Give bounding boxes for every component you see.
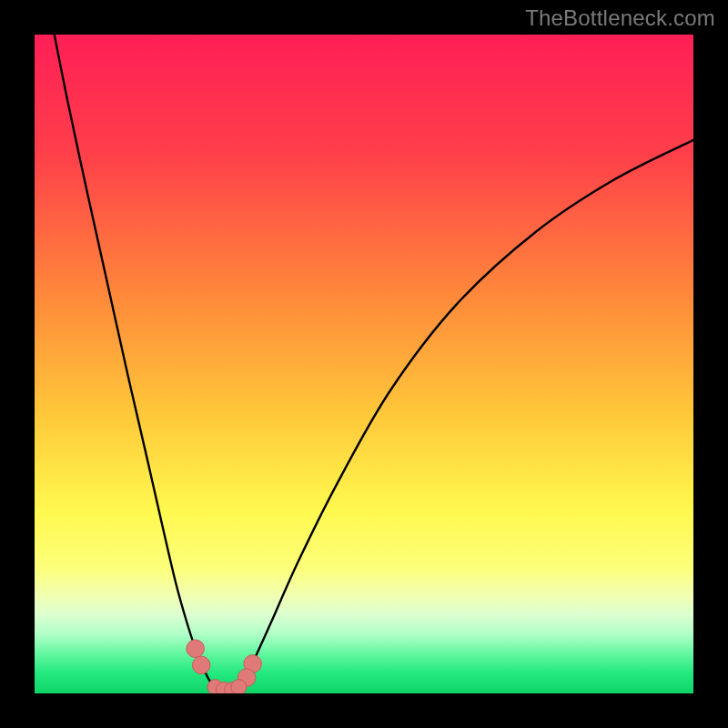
marker-floor-4 xyxy=(231,680,247,693)
marker-left-knee-upper xyxy=(187,640,205,658)
plot-area xyxy=(35,35,693,693)
chart-svg xyxy=(35,35,693,693)
marker-left-knee-lower xyxy=(192,656,210,674)
gradient-background xyxy=(35,35,693,693)
watermark-text: TheBottleneck.com xyxy=(525,5,715,31)
outer-frame: TheBottleneck.com xyxy=(0,0,728,728)
